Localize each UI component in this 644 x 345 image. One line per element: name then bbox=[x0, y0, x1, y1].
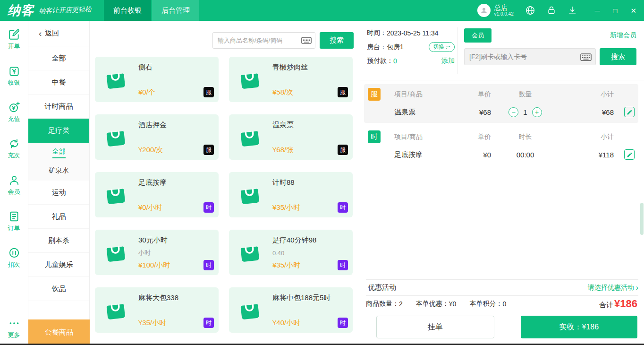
member-card-input[interactable] bbox=[464, 48, 596, 65]
product-price: ¥40/小时 bbox=[272, 319, 347, 328]
category-foot-therapy[interactable]: 足疗类 bbox=[28, 119, 89, 143]
shopping-bag-icon bbox=[102, 296, 129, 323]
product-card[interactable]: 温泉票 ¥68/张 服 bbox=[229, 114, 353, 160]
product-card[interactable]: 足疗40分钟98 0.40 ¥35/小时 时 bbox=[229, 230, 353, 275]
product-name: 酒店押金 bbox=[138, 121, 213, 129]
store-account[interactable]: 总店 v1.0.0.42 bbox=[477, 4, 514, 17]
maximize-button[interactable]: □ bbox=[613, 7, 617, 14]
new-member-link[interactable]: 新增会员 bbox=[610, 31, 636, 40]
chevron-right-icon: › bbox=[636, 284, 638, 292]
product-price: ¥35/小时 bbox=[272, 261, 347, 270]
minus-button[interactable]: − bbox=[508, 107, 518, 117]
product-name: 侧石 bbox=[138, 63, 213, 72]
nav-item-topup[interactable]: 充值 bbox=[8, 101, 20, 123]
time-badge: 时 bbox=[368, 130, 381, 143]
category-sidebar: ‹ 返回 全部 中餐 计时商品 足疗类 全部 矿泉水 运动 礼品 剧本杀 儿童娱… bbox=[28, 21, 90, 345]
member-icon bbox=[8, 174, 20, 186]
cashier-icon bbox=[8, 65, 20, 77]
category-all[interactable]: 全部 bbox=[28, 46, 89, 70]
edit-item-button[interactable] bbox=[624, 107, 635, 117]
orders-icon bbox=[8, 210, 20, 223]
product-name: 青椒炒肉丝 bbox=[272, 63, 347, 72]
quantity-value: 1 bbox=[523, 108, 527, 116]
back-button[interactable]: ‹ 返回 bbox=[28, 21, 89, 46]
room-value: 包房1 bbox=[387, 43, 404, 52]
product-card[interactable]: 侧石 ¥0/个 服 bbox=[95, 57, 219, 102]
category-chinese-food[interactable]: 中餐 bbox=[28, 70, 89, 95]
nav-item-deduct-count[interactable]: 扣次 bbox=[8, 247, 20, 269]
hold-order-button[interactable]: 挂单 bbox=[376, 316, 494, 338]
search-button[interactable]: 搜索 bbox=[320, 32, 354, 49]
select-promo-link[interactable]: 请选择优惠活动 › bbox=[588, 284, 638, 292]
chevron-left-icon: ‹ bbox=[39, 29, 42, 38]
pencil-icon bbox=[627, 109, 633, 115]
product-search-input[interactable] bbox=[212, 32, 315, 49]
product-name: 足底按摩 bbox=[138, 178, 213, 187]
prepaid-label: 预付款： bbox=[367, 57, 393, 65]
scrollbar-thumb[interactable] bbox=[640, 203, 644, 235]
switch-room-button[interactable]: 切换 ⇌ bbox=[429, 42, 455, 52]
nav-item-cashier[interactable]: 收银 bbox=[8, 65, 20, 87]
col-header-duration: 时长 bbox=[491, 133, 559, 141]
order-summary: 商品数量： 2 本单优惠： ¥0 本单积分： 0 合计 ¥186 bbox=[366, 296, 637, 312]
subcategory-list: 全部 矿泉水 bbox=[28, 143, 89, 181]
category-sports[interactable]: 运动 bbox=[28, 181, 89, 205]
promo-label: 优惠活动 bbox=[366, 283, 396, 292]
store-name: 总店 bbox=[494, 4, 514, 11]
time-badge: 时 bbox=[338, 260, 348, 270]
product-card[interactable]: 青椒炒肉丝 ¥58/次 服 bbox=[229, 57, 353, 102]
total-label: 合计 bbox=[599, 301, 613, 310]
nav-label: 充次 bbox=[8, 151, 20, 160]
product-grid: 侧石 ¥0/个 服 青椒炒肉丝 ¥58/次 服 酒店押金 bbox=[95, 57, 353, 333]
discount-label: 本单优惠： bbox=[416, 300, 449, 308]
promo-row: 优惠活动 请选择优惠活动 › bbox=[366, 279, 638, 296]
product-name: 计时88 bbox=[272, 178, 347, 187]
member-search-button[interactable]: 搜索 bbox=[600, 48, 636, 65]
product-price: ¥0/小时 bbox=[138, 203, 213, 212]
points-value: 0 bbox=[502, 300, 506, 308]
category-script-game[interactable]: 剧本杀 bbox=[28, 229, 89, 253]
order-item-subtotal: ¥68 bbox=[559, 108, 614, 116]
nav-item-open-bill[interactable]: 开单 bbox=[8, 28, 20, 51]
globe-icon[interactable] bbox=[525, 5, 535, 16]
time-badge: 时 bbox=[338, 202, 348, 213]
subcategory-mineral-water[interactable]: 矿泉水 bbox=[28, 162, 89, 180]
order-item-price: ¥0 bbox=[444, 151, 491, 159]
lock-icon[interactable] bbox=[547, 6, 556, 15]
category-gifts[interactable]: 礼品 bbox=[28, 205, 89, 229]
close-button[interactable]: ✕ bbox=[630, 7, 636, 14]
order-item-name: 温泉票 bbox=[394, 108, 444, 117]
nav-label: 充值 bbox=[8, 115, 20, 123]
category-drinks[interactable]: 饮品 bbox=[28, 277, 89, 301]
add-prepaid-link[interactable]: 添加 bbox=[441, 57, 455, 65]
product-card[interactable]: 计时88 ¥35/小时 时 bbox=[229, 172, 353, 217]
product-card[interactable]: 麻将中包188元5时 ¥40/小时 时 bbox=[229, 287, 353, 333]
product-card[interactable]: 足底按摩 ¥0/小时 时 bbox=[95, 172, 219, 217]
product-card[interactable]: 麻将大包338 ¥35/小时 时 bbox=[95, 287, 219, 333]
tab-front-cashier[interactable]: 前台收银 bbox=[104, 0, 151, 21]
shopping-bag-icon bbox=[102, 123, 129, 150]
category-timed-goods[interactable]: 计时商品 bbox=[28, 95, 89, 119]
col-header-product: 项目/商品 bbox=[394, 133, 444, 141]
product-price: ¥0/个 bbox=[138, 88, 213, 97]
shopping-bag-icon bbox=[236, 181, 263, 208]
plus-button[interactable]: + bbox=[532, 107, 542, 117]
nav-item-orders[interactable]: 订单 bbox=[8, 210, 20, 233]
nav-label: 会员 bbox=[8, 188, 20, 196]
nav-item-recharge-count[interactable]: 充次 bbox=[8, 138, 20, 160]
product-card[interactable]: 酒店押金 ¥200/次 服 bbox=[95, 114, 219, 160]
nav-item-member[interactable]: 会员 bbox=[8, 174, 20, 196]
minimize-button[interactable]: ─ bbox=[595, 7, 600, 14]
member-button[interactable]: 会员 bbox=[464, 28, 491, 43]
product-card[interactable]: 30元小时 小时 ¥100/小时 时 bbox=[95, 230, 219, 275]
category-kids[interactable]: 儿童娱乐 bbox=[28, 253, 89, 277]
subcategory-all[interactable]: 全部 bbox=[28, 144, 89, 162]
service-badge: 服 bbox=[338, 145, 348, 155]
tab-backend-admin[interactable]: 后台管理 bbox=[152, 0, 199, 21]
pay-button[interactable]: 实收：¥186 bbox=[521, 316, 638, 338]
download-icon[interactable] bbox=[568, 6, 577, 15]
qty-label: 商品数量： bbox=[366, 300, 399, 308]
combo-products-button[interactable]: 套餐商品 bbox=[28, 319, 90, 345]
edit-item-button[interactable] bbox=[624, 149, 635, 160]
nav-item-more[interactable]: 更多 bbox=[8, 317, 20, 339]
